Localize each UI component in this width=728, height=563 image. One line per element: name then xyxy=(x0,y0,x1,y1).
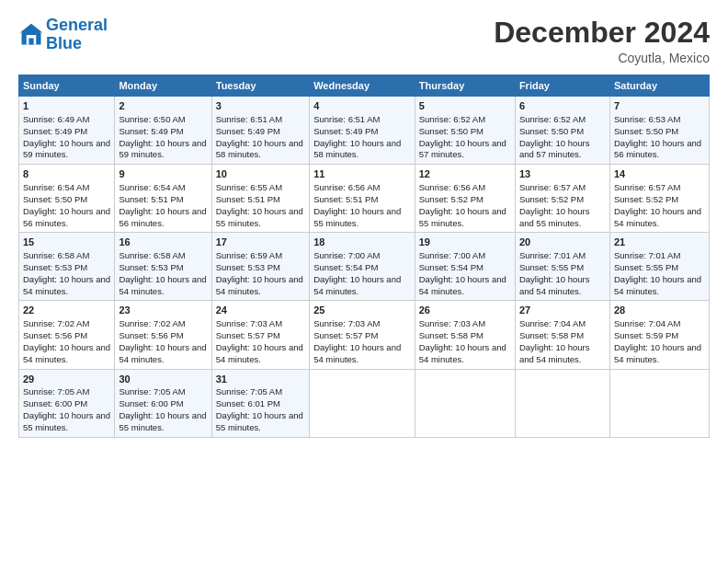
daylight-label: Daylight: 10 hours and 55 minutes. xyxy=(23,410,110,432)
col-tuesday: Tuesday xyxy=(211,75,309,97)
calendar-table: Sunday Monday Tuesday Wednesday Thursday… xyxy=(18,75,710,437)
col-thursday: Thursday xyxy=(415,75,515,97)
calendar-cell: 22Sunrise: 7:02 AMSunset: 5:56 PMDayligh… xyxy=(19,301,115,369)
subtitle: Coyutla, Mexico xyxy=(494,51,710,65)
sunrise-label: Sunrise: 6:53 AM xyxy=(614,114,680,124)
logo-line1: General xyxy=(46,16,108,34)
sunrise-label: Sunrise: 6:51 AM xyxy=(313,114,380,124)
sunrise-label: Sunrise: 6:52 AM xyxy=(419,114,485,124)
day-number: 3 xyxy=(216,99,305,113)
sunrise-label: Sunrise: 6:59 AM xyxy=(216,250,282,260)
sunset-label: Sunset: 6:00 PM xyxy=(119,398,183,408)
daylight-label: Daylight: 10 hours and 59 minutes. xyxy=(23,138,110,160)
logo-area: General Blue xyxy=(18,17,108,53)
daylight-label: Daylight: 10 hours and 57 minutes. xyxy=(419,138,506,160)
col-friday: Friday xyxy=(515,75,609,97)
daylight-label: Daylight: 10 hours and 59 minutes. xyxy=(119,138,206,160)
sunrise-label: Sunrise: 7:01 AM xyxy=(614,250,680,260)
sunset-label: Sunset: 5:58 PM xyxy=(419,330,483,340)
calendar-cell: 17Sunrise: 6:59 AMSunset: 5:53 PMDayligh… xyxy=(211,233,309,301)
sunrise-label: Sunrise: 6:58 AM xyxy=(119,250,185,260)
daylight-label: Daylight: 10 hours and 55 minutes. xyxy=(216,410,303,432)
sunrise-label: Sunrise: 6:50 AM xyxy=(119,114,185,124)
sunset-label: Sunset: 5:51 PM xyxy=(119,194,183,204)
day-number: 15 xyxy=(23,236,110,249)
calendar-cell: 30Sunrise: 7:05 AMSunset: 6:00 PMDayligh… xyxy=(115,369,211,437)
sunrise-label: Sunrise: 6:52 AM xyxy=(519,114,586,124)
sunset-label: Sunset: 6:00 PM xyxy=(23,398,87,408)
daylight-label: Daylight: 10 hours and 54 minutes. xyxy=(614,206,701,228)
sunset-label: Sunset: 5:56 PM xyxy=(23,330,87,340)
calendar-cell xyxy=(609,369,709,437)
day-number: 9 xyxy=(119,167,207,181)
sunset-label: Sunset: 5:57 PM xyxy=(313,330,378,340)
day-number: 21 xyxy=(614,236,705,249)
daylight-label: Daylight: 10 hours and 54 minutes. xyxy=(313,342,401,364)
main-title: December 2024 xyxy=(494,17,710,49)
sunrise-label: Sunrise: 7:02 AM xyxy=(23,318,89,328)
calendar-cell: 11Sunrise: 6:56 AMSunset: 5:51 PMDayligh… xyxy=(310,165,415,233)
sunset-label: Sunset: 5:52 PM xyxy=(419,194,483,204)
col-wednesday: Wednesday xyxy=(310,75,415,97)
daylight-label: Daylight: 10 hours and 57 minutes. xyxy=(519,138,590,160)
calendar-cell: 6Sunrise: 6:52 AMSunset: 5:50 PMDaylight… xyxy=(515,97,609,165)
calendar-cell: 10Sunrise: 6:55 AMSunset: 5:51 PMDayligh… xyxy=(211,165,309,233)
sunrise-label: Sunrise: 6:57 AM xyxy=(614,182,680,192)
day-number: 4 xyxy=(313,99,411,113)
day-number: 29 xyxy=(23,373,110,386)
sunrise-label: Sunrise: 6:55 AM xyxy=(216,182,282,192)
svg-rect-3 xyxy=(28,38,33,44)
col-monday: Monday xyxy=(115,75,211,97)
calendar-cell: 31Sunrise: 7:05 AMSunset: 6:01 PMDayligh… xyxy=(211,369,309,437)
sunrise-label: Sunrise: 7:03 AM xyxy=(419,318,485,328)
sunset-label: Sunset: 5:54 PM xyxy=(419,262,483,272)
sunrise-label: Sunrise: 7:00 AM xyxy=(419,250,485,260)
calendar-cell: 19Sunrise: 7:00 AMSunset: 5:54 PMDayligh… xyxy=(415,233,515,301)
calendar-cell: 18Sunrise: 7:00 AMSunset: 5:54 PMDayligh… xyxy=(310,233,415,301)
logo-icon xyxy=(18,22,44,48)
col-saturday: Saturday xyxy=(609,75,709,97)
sunset-label: Sunset: 5:53 PM xyxy=(119,262,183,272)
logo-line2: Blue xyxy=(46,34,82,52)
sunrise-label: Sunrise: 7:00 AM xyxy=(313,250,380,260)
calendar-cell: 20Sunrise: 7:01 AMSunset: 5:55 PMDayligh… xyxy=(515,233,609,301)
day-number: 30 xyxy=(119,373,207,386)
day-number: 8 xyxy=(23,167,110,181)
sunset-label: Sunset: 5:52 PM xyxy=(614,194,678,204)
calendar-cell xyxy=(415,369,515,437)
daylight-label: Daylight: 10 hours and 54 minutes. xyxy=(614,342,701,364)
calendar-cell: 29Sunrise: 7:05 AMSunset: 6:00 PMDayligh… xyxy=(19,369,115,437)
calendar-cell: 15Sunrise: 6:58 AMSunset: 5:53 PMDayligh… xyxy=(19,233,115,301)
calendar-cell: 23Sunrise: 7:02 AMSunset: 5:56 PMDayligh… xyxy=(115,301,211,369)
daylight-label: Daylight: 10 hours and 55 minutes. xyxy=(419,206,506,228)
day-number: 2 xyxy=(119,99,207,113)
sunset-label: Sunset: 5:50 PM xyxy=(23,194,87,204)
week-row-4: 22Sunrise: 7:02 AMSunset: 5:56 PMDayligh… xyxy=(19,301,710,369)
sunset-label: Sunset: 5:52 PM xyxy=(519,194,584,204)
sunrise-label: Sunrise: 6:57 AM xyxy=(519,182,586,192)
day-number: 24 xyxy=(216,304,305,317)
sunrise-label: Sunrise: 7:02 AM xyxy=(119,318,185,328)
calendar-cell: 12Sunrise: 6:56 AMSunset: 5:52 PMDayligh… xyxy=(415,165,515,233)
day-number: 31 xyxy=(216,373,305,386)
calendar-cell: 2Sunrise: 6:50 AMSunset: 5:49 PMDaylight… xyxy=(115,97,211,165)
logo-text: General Blue xyxy=(46,17,108,53)
day-number: 6 xyxy=(519,99,606,113)
calendar-cell: 21Sunrise: 7:01 AMSunset: 5:55 PMDayligh… xyxy=(609,233,709,301)
header: General Blue December 2024 Coyutla, Mexi… xyxy=(18,17,710,65)
day-number: 13 xyxy=(519,167,606,181)
sunrise-label: Sunrise: 6:58 AM xyxy=(23,250,89,260)
sunset-label: Sunset: 5:58 PM xyxy=(519,330,584,340)
title-area: December 2024 Coyutla, Mexico xyxy=(494,17,710,65)
day-number: 17 xyxy=(216,236,305,249)
daylight-label: Daylight: 10 hours and 54 minutes. xyxy=(614,274,701,296)
sunset-label: Sunset: 5:57 PM xyxy=(216,330,280,340)
daylight-label: Daylight: 10 hours and 54 minutes. xyxy=(519,342,590,364)
sunset-label: Sunset: 5:54 PM xyxy=(313,262,378,272)
calendar-cell: 9Sunrise: 6:54 AMSunset: 5:51 PMDaylight… xyxy=(115,165,211,233)
daylight-label: Daylight: 10 hours and 54 minutes. xyxy=(313,274,401,296)
week-row-1: 1Sunrise: 6:49 AMSunset: 5:49 PMDaylight… xyxy=(19,97,710,165)
week-row-5: 29Sunrise: 7:05 AMSunset: 6:00 PMDayligh… xyxy=(19,369,710,437)
calendar-cell: 8Sunrise: 6:54 AMSunset: 5:50 PMDaylight… xyxy=(19,165,115,233)
sunrise-label: Sunrise: 7:05 AM xyxy=(216,386,282,396)
